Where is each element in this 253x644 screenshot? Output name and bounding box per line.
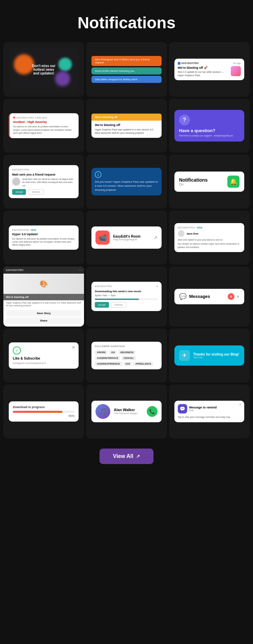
messages-badge: 6 bbox=[228, 293, 234, 300]
easyedit-notification-card: EASYEDIT.PRO 3m ago We're blasting off 🚀… bbox=[174, 59, 244, 81]
incident-dot bbox=[13, 117, 15, 119]
messages-card: 💬 Messages 6 ∧ bbox=[174, 289, 244, 304]
friend-req-brand: EASYEDIT.PRO bbox=[12, 168, 75, 171]
share-story-button[interactable]: Share bbox=[6, 317, 81, 324]
cell-r6c3: ✈ Thanks for visiting our Blog! Just now bbox=[169, 329, 250, 382]
view-all-button[interactable]: View All ↗ bbox=[100, 449, 153, 464]
story-image: 🎨 bbox=[3, 274, 84, 294]
notifications-toggle-card: Notifications On 🔔 bbox=[174, 172, 244, 192]
thanks-content: Thanks for visiting our Blog! Just now bbox=[193, 352, 239, 359]
reply-avatar-row: Jane Doe bbox=[178, 230, 241, 237]
download-sub: Aphex Twin — Syro bbox=[95, 294, 158, 297]
telegram-icon: ✈ bbox=[179, 350, 190, 361]
friend-row-2: Dana Smith started following you bbox=[91, 67, 161, 74]
cell-r3c2: ℹ Did you know? Hyper Graphics Pack was … bbox=[86, 155, 167, 209]
reply-brand: EASYEDIT.PRO bbox=[178, 226, 195, 229]
friend-requests-card: Alex Rodriguez and 3 others sent you a f… bbox=[91, 56, 161, 83]
view-all-label: View All bbox=[113, 453, 133, 459]
progress-card: Download in progress 80% bbox=[9, 401, 79, 422]
cell-r5c1: EASYEDIT.PRO ··· 🎨 We're blasting off Hy… bbox=[3, 267, 84, 327]
blast-body: Hyper Graphics Pack was updated to a new… bbox=[95, 128, 158, 135]
story-overlay: We're blasting off bbox=[3, 294, 84, 300]
info-icon: ℹ bbox=[95, 171, 102, 178]
friend-req-title: Matt sent you a friend request bbox=[12, 173, 75, 176]
progress-title: Download in progress bbox=[13, 405, 75, 409]
cell-r1c1: Don't miss our hottest news and updates! bbox=[3, 42, 84, 97]
download-accept-button[interactable]: Accept bbox=[95, 302, 109, 308]
toggle-text: Notifications On bbox=[179, 177, 208, 186]
notif-body: New 3.0 update for our top seller produc… bbox=[178, 70, 229, 77]
incident-header: EASYEDIT.PRO 5 MIN AGO bbox=[13, 117, 75, 119]
blob-teal bbox=[58, 58, 72, 71]
like-title: Like & Subscribe bbox=[13, 357, 75, 360]
hashtag-card: FOLLOWED HASHTAGS #WORK #UI #BUSINESS #U… bbox=[91, 342, 161, 369]
notif-title: We're blasting off 🚀 bbox=[178, 66, 229, 69]
thanks-sub: Just now bbox=[193, 356, 239, 359]
incident-brand: EASYEDIT.PRO bbox=[17, 117, 34, 119]
room-title: EasyEdit's Room bbox=[113, 235, 150, 238]
update-badge: NEW bbox=[31, 229, 36, 231]
cell-r2c3: ? Have a question? Feel free to contact … bbox=[169, 99, 250, 153]
friend-request-card: EASYEDIT.PRO Matt sent you a friend requ… bbox=[9, 165, 79, 198]
update-brand: EASYEDIT.PRO bbox=[12, 229, 29, 231]
brand-dot bbox=[178, 62, 180, 65]
hashtag-header: FOLLOWED HASHTAGS bbox=[95, 345, 158, 347]
hashtag-ux: #UX bbox=[123, 362, 132, 366]
toggle-label: Notifications bbox=[179, 177, 208, 183]
hashtag-social: #SOCIAL bbox=[121, 356, 136, 360]
reply-card: EASYEDIT.PRO NEW Jane Doe Jane Doe repli… bbox=[174, 223, 244, 252]
progress-percent: 80% bbox=[13, 414, 75, 418]
hashtag-ui: #UI bbox=[109, 350, 117, 355]
update-body: Do ullamco ex velit anim do proident exe… bbox=[12, 237, 75, 246]
cell-r4c3: EASYEDIT.PRO NEW Jane Doe Jane Doe repli… bbox=[169, 211, 250, 265]
blob-purple bbox=[55, 71, 70, 86]
share-icon[interactable]: ↗ bbox=[153, 235, 158, 240]
reply-header: EASYEDIT.PRO NEW bbox=[178, 226, 241, 229]
reply-text: Jane Doe replied to your post about so a… bbox=[178, 238, 241, 241]
download-dismiss-button[interactable]: Dismiss bbox=[111, 302, 127, 308]
thanks-text: Thanks for visiting our Blog! bbox=[193, 352, 239, 356]
save-story-button[interactable]: Save Story bbox=[6, 310, 81, 316]
alan-walker-card: 🎵 Alan Walker The Famous Singer 📞 bbox=[91, 401, 161, 422]
hashtag-userexperience: #USEREXPERIENCE bbox=[95, 362, 122, 366]
hashtag-grid: #WORK #UI #BUSINESS #USERINTERFACE #SOCI… bbox=[95, 350, 158, 366]
like-subscribe-card: ✕ ✓ Like & Subscribe instagram.com/easye… bbox=[9, 342, 79, 369]
story-brand: EASYEDIT.PRO bbox=[6, 269, 23, 271]
story-buttons: Save Story Share bbox=[3, 309, 84, 327]
story-header: EASYEDIT.PRO ··· bbox=[3, 267, 84, 274]
friend-row-1: Alex Rodriguez and 3 others sent you a f… bbox=[91, 56, 161, 66]
cell-r2c1: EASYEDIT.PRO 5 MIN AGO Incident - High S… bbox=[3, 99, 84, 153]
reply-name: Jane Doe bbox=[187, 232, 199, 235]
reply-body: Non tempor ex ullamco veniam culpa. Sunt… bbox=[178, 242, 241, 248]
like-url: instagram.com/easyedit.pro bbox=[13, 362, 75, 365]
dismiss-button[interactable]: Dismiss bbox=[28, 189, 44, 195]
friend-row-3: Gab Miller shopped for Bobby store bbox=[91, 76, 161, 83]
messages-icon: 💬 bbox=[179, 293, 187, 300]
cell-r5c2: EASYEDIT.PRO ✕ Downloading this week's n… bbox=[86, 267, 167, 327]
call-icon[interactable]: 📞 bbox=[147, 406, 158, 417]
alan-name: Alan Walker bbox=[114, 408, 143, 412]
download-header: EASYEDIT.PRO ✕ bbox=[95, 285, 158, 288]
remind-card: ✕ 💬 Message to remind Now Tap to view yo… bbox=[174, 401, 244, 422]
story-dots: ··· bbox=[79, 268, 81, 272]
messages-label: Messages bbox=[189, 294, 210, 299]
alan-avatar: 🎵 bbox=[95, 404, 110, 419]
page-title: Notifications bbox=[0, 0, 253, 42]
hashtag-freelance: #FREELANCE bbox=[133, 362, 153, 366]
notifications-grid: Don't miss our hottest news and updates!… bbox=[0, 42, 253, 438]
story-card: EASYEDIT.PRO ··· 🎨 We're blasting off Hy… bbox=[3, 267, 84, 327]
download-music-card: EASYEDIT.PRO ✕ Downloading this week's n… bbox=[91, 282, 161, 311]
messages-left: 💬 Messages bbox=[179, 293, 210, 300]
check-icon: ✓ bbox=[13, 346, 21, 355]
didyouknow-card: ℹ Did you know? Hyper Graphics Pack was … bbox=[91, 168, 161, 195]
friend-req-buttons: Accept Dismiss bbox=[12, 189, 75, 195]
room-icon: 📹 bbox=[95, 231, 110, 245]
close-icon[interactable]: ✕ bbox=[72, 345, 75, 350]
story-body: Hyper Graphics Pack was updated to a new… bbox=[3, 300, 84, 309]
toggle-button[interactable]: 🔔 bbox=[227, 176, 240, 188]
accept-button[interactable]: Accept bbox=[12, 189, 26, 195]
cell-r6c2: FOLLOWED HASHTAGS #WORK #UI #BUSINESS #U… bbox=[86, 329, 167, 382]
remind-sub: Now bbox=[189, 409, 217, 411]
incident-card: EASYEDIT.PRO 5 MIN AGO Incident - High S… bbox=[9, 113, 79, 138]
remind-close-icon[interactable]: ✕ bbox=[239, 403, 242, 406]
